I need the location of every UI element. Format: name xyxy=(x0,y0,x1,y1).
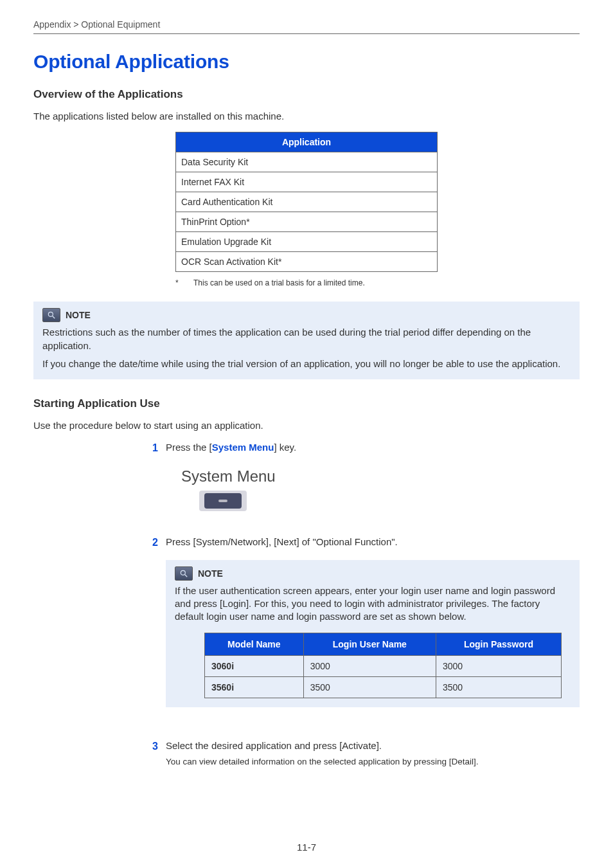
note-box: NOTE Restrictions such as the number of … xyxy=(33,302,580,379)
table-row: ThinPrint Option* xyxy=(176,212,438,232)
note-box: NOTE If the user authentication screen a… xyxy=(166,560,580,707)
section-intro-overview: The applications listed below are instal… xyxy=(33,110,580,123)
section-intro-start: Use the procedure below to start using a… xyxy=(33,419,580,432)
page-title: Optional Applications xyxy=(33,51,580,73)
system-menu-link[interactable]: System Menu xyxy=(212,442,274,453)
footnote: *This can be used on a trial basis for a… xyxy=(175,278,438,287)
section-heading-start: Starting Application Use xyxy=(33,397,580,410)
table-row: Emulation Upgrade Kit xyxy=(176,232,438,252)
note-label: NOTE xyxy=(198,568,223,579)
login-table-header-model: Model Name xyxy=(205,633,304,655)
footnote-mark: * xyxy=(175,278,193,287)
note-icon xyxy=(42,308,60,322)
system-menu-key xyxy=(204,493,242,509)
login-table: Model Name Login User Name Login Passwor… xyxy=(204,633,562,698)
step-text: Select the desired application and press… xyxy=(166,739,580,752)
step-1: 1 Press the [System Menu] key. System Me… xyxy=(148,441,580,523)
note-paragraph: If the user authentication screen appear… xyxy=(175,584,571,624)
svg-line-3 xyxy=(185,575,188,577)
step-number: 1 xyxy=(148,441,158,523)
table-row: 3560i 3500 3500 xyxy=(205,676,562,698)
section-heading-overview: Overview of the Applications xyxy=(33,88,580,101)
system-menu-label: System Menu xyxy=(181,467,580,485)
table-row: Internet FAX Kit xyxy=(176,172,438,192)
login-table-header-pass: Login Password xyxy=(436,633,561,655)
svg-point-0 xyxy=(48,312,53,317)
note-paragraph: If you change the date/time while using … xyxy=(42,357,571,370)
step-text: Press [System/Network], [Next] of "Optio… xyxy=(166,536,580,548)
table-row: Card Authentication Kit xyxy=(176,192,438,212)
applications-table: Application Data Security Kit Internet F… xyxy=(175,132,438,272)
system-menu-graphic: System Menu xyxy=(181,467,580,511)
applications-table-header: Application xyxy=(176,132,438,152)
table-row: Data Security Kit xyxy=(176,152,438,172)
step-2: 2 Press [System/Network], [Next] of "Opt… xyxy=(148,536,580,725)
breadcrumb: Appendix > Optional Equipment xyxy=(33,19,580,33)
login-table-header-user: Login User Name xyxy=(303,633,436,655)
note-paragraph: Restrictions such as the number of times… xyxy=(42,326,571,352)
step-number: 3 xyxy=(148,739,158,772)
page-number: 11-7 xyxy=(0,842,613,853)
footnote-text: This can be used on a trial basis for a … xyxy=(193,278,365,287)
step-subtext: You can view detailed information on the… xyxy=(166,756,580,768)
note-icon xyxy=(175,566,193,581)
system-menu-key-bezel xyxy=(199,491,247,511)
table-row: OCR Scan Activation Kit* xyxy=(176,252,438,272)
table-row: 3060i 3000 3000 xyxy=(205,655,562,676)
header-rule xyxy=(33,33,580,34)
note-label: NOTE xyxy=(66,310,91,320)
svg-line-1 xyxy=(53,316,55,319)
step-text: Press the [System Menu] key. xyxy=(166,441,580,454)
step-3: 3 Select the desired application and pre… xyxy=(148,739,580,772)
step-number: 2 xyxy=(148,536,158,725)
svg-point-2 xyxy=(181,570,185,575)
